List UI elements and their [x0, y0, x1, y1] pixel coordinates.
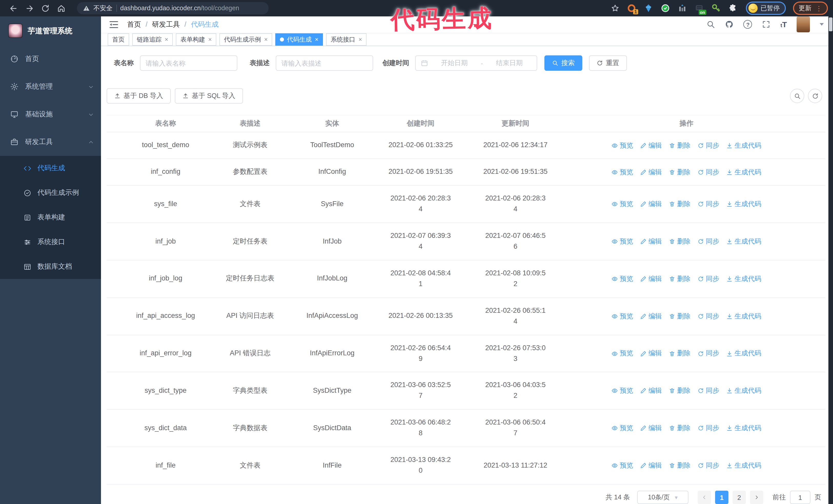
table-desc-input[interactable] — [276, 56, 373, 71]
sidebar-item-infra[interactable]: 基础设施 — [0, 100, 101, 128]
generate-code-link[interactable]: 生成代码 — [727, 423, 761, 433]
tab[interactable]: 表单构建 × — [176, 33, 216, 46]
edit-link[interactable]: 编辑 — [640, 349, 662, 359]
sync-link[interactable]: 同步 — [698, 236, 719, 247]
generate-code-link[interactable]: 生成代码 — [727, 199, 761, 209]
collapse-sidebar-icon[interactable] — [109, 20, 119, 30]
sync-link[interactable]: 同步 — [698, 274, 719, 284]
preview-link[interactable]: 预览 — [612, 199, 633, 209]
generate-code-link[interactable]: 生成代码 — [727, 349, 761, 359]
page-button-1[interactable]: 1 — [715, 491, 729, 504]
preview-link[interactable]: 预览 — [612, 311, 633, 321]
delete-link[interactable]: 删除 — [669, 349, 690, 359]
table-name-input[interactable] — [140, 56, 237, 71]
delete-link[interactable]: 删除 — [669, 460, 690, 471]
delete-link[interactable]: 删除 — [669, 386, 690, 396]
generate-code-link[interactable]: 生成代码 — [727, 460, 761, 471]
prev-page-button[interactable] — [698, 491, 711, 504]
sidebar-item-codegen[interactable]: 代码生成 — [0, 156, 101, 181]
import-sql-button[interactable]: 基于 SQL 导入 — [175, 89, 243, 104]
extension-dark-box-icon[interactable]: on — [694, 4, 704, 13]
page-button-2[interactable]: 2 — [733, 491, 746, 504]
edit-link[interactable]: 编辑 — [640, 460, 662, 471]
sync-link[interactable]: 同步 — [698, 386, 719, 396]
preview-link[interactable]: 预览 — [612, 274, 633, 284]
breadcrumb-devtools[interactable]: 研发工具 — [152, 20, 180, 29]
generate-code-link[interactable]: 生成代码 — [727, 141, 761, 151]
generate-code-link[interactable]: 生成代码 — [727, 167, 761, 177]
generate-code-link[interactable]: 生成代码 — [727, 236, 761, 247]
delete-link[interactable]: 删除 — [669, 199, 690, 209]
toggle-search-button[interactable] — [790, 89, 804, 103]
delete-link[interactable]: 删除 — [669, 423, 690, 433]
edit-link[interactable]: 编辑 — [640, 236, 662, 247]
reload-icon[interactable] — [41, 4, 50, 13]
extension-sliders-icon[interactable] — [677, 4, 687, 13]
tab-close-icon[interactable]: × — [208, 37, 212, 43]
sync-link[interactable]: 同步 — [698, 199, 719, 209]
tab[interactable]: 代码生成 × — [275, 33, 323, 46]
edit-link[interactable]: 编辑 — [640, 423, 662, 433]
tab[interactable]: 链路追踪 × — [132, 33, 173, 46]
back-icon[interactable] — [9, 4, 18, 13]
preview-link[interactable]: 预览 — [612, 141, 633, 151]
tab-close-icon[interactable]: × — [165, 37, 168, 43]
extensions-puzzle-icon[interactable] — [728, 4, 737, 13]
bookmark-star-icon[interactable] — [611, 4, 619, 12]
github-icon[interactable] — [725, 20, 734, 29]
browser-menu-dots-icon[interactable]: ⋮ — [815, 4, 822, 12]
import-db-button[interactable]: 基于 DB 导入 — [106, 89, 171, 104]
generate-code-link[interactable]: 生成代码 — [727, 386, 761, 396]
search-icon[interactable] — [707, 20, 715, 29]
fullscreen-icon[interactable] — [762, 20, 771, 29]
goto-page-input[interactable] — [790, 491, 810, 504]
browser-update-button[interactable]: 更新 ⋮ — [793, 2, 828, 15]
edit-link[interactable]: 编辑 — [640, 167, 662, 177]
extension-orange-icon[interactable]: 1 — [627, 4, 636, 13]
sidebar-item-system-api[interactable]: 系统接口 — [0, 230, 101, 254]
reset-button[interactable]: 重置 — [589, 56, 627, 71]
delete-link[interactable]: 删除 — [669, 311, 690, 321]
sidebar-item-home[interactable]: 首页 — [0, 45, 101, 73]
breadcrumb-home[interactable]: 首页 — [127, 20, 141, 29]
home-icon[interactable] — [57, 4, 66, 13]
date-range-picker[interactable]: 开始日期 - 结束日期 — [415, 56, 537, 71]
page-size-select[interactable]: 10条/页 ▾ — [637, 491, 688, 504]
scrollbar-track[interactable] — [828, 17, 833, 504]
user-avatar[interactable] — [796, 17, 810, 32]
refresh-table-button[interactable] — [808, 89, 822, 103]
font-size-icon[interactable]: tT — [781, 20, 787, 29]
next-page-button[interactable] — [750, 491, 763, 504]
extension-key-icon[interactable] — [711, 4, 720, 13]
delete-link[interactable]: 删除 — [669, 236, 690, 247]
address-bar[interactable]: 不安全 dashboard.yudao.iocoder.cn/tool/code… — [77, 2, 269, 14]
tab[interactable]: 系统接口 × — [326, 33, 366, 46]
delete-link[interactable]: 删除 — [669, 167, 690, 177]
sync-link[interactable]: 同步 — [698, 423, 719, 433]
preview-link[interactable]: 预览 — [612, 460, 633, 471]
edit-link[interactable]: 编辑 — [640, 274, 662, 284]
search-button[interactable]: 搜索 — [544, 56, 582, 71]
help-icon[interactable]: ? — [743, 20, 752, 29]
tab-close-icon[interactable]: × — [315, 37, 318, 43]
edit-link[interactable]: 编辑 — [640, 199, 662, 209]
tab-close-icon[interactable]: × — [358, 37, 362, 43]
extension-gem-icon[interactable] — [644, 4, 653, 13]
preview-link[interactable]: 预览 — [612, 349, 633, 359]
preview-link[interactable]: 预览 — [612, 423, 633, 433]
scrollbar-thumb[interactable] — [829, 18, 832, 31]
tab[interactable]: 首页 — [108, 33, 129, 46]
sidebar-item-form-builder[interactable]: 表单构建 — [0, 205, 101, 230]
generate-code-link[interactable]: 生成代码 — [727, 311, 761, 321]
sync-link[interactable]: 同步 — [698, 460, 719, 471]
edit-link[interactable]: 编辑 — [640, 386, 662, 396]
sync-link[interactable]: 同步 — [698, 167, 719, 177]
edit-link[interactable]: 编辑 — [640, 311, 662, 321]
profile-paused-pill[interactable]: 已暂停 — [745, 2, 786, 15]
forward-icon[interactable] — [25, 4, 34, 13]
generate-code-link[interactable]: 生成代码 — [727, 274, 761, 284]
sidebar-item-devtools[interactable]: 研发工具 — [0, 128, 101, 156]
avatar-caret-icon[interactable] — [820, 23, 824, 26]
delete-link[interactable]: 删除 — [669, 141, 690, 151]
sidebar-item-codegen-example[interactable]: 代码生成示例 — [0, 181, 101, 205]
